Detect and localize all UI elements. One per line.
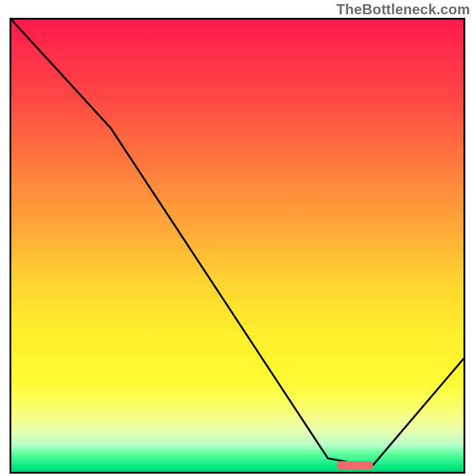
watermark-text: TheBottleneck.com (336, 1, 470, 18)
chart-container: TheBottleneck.com (0, 0, 476, 476)
plot-area (10, 18, 465, 474)
gradient-background (11, 20, 464, 472)
